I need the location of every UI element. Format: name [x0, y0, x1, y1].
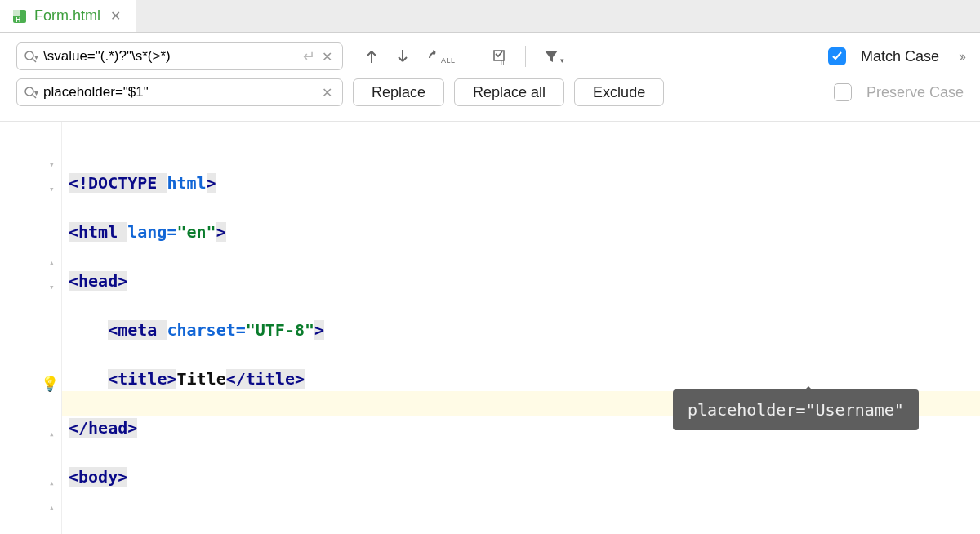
fold-icon[interactable]: ▴: [49, 422, 60, 434]
find-replace-panel: ▾ ↵ ✕ ALL [] ▾ Match Case ›› ▾ ✕ Replace: [0, 33, 980, 122]
fold-icon[interactable]: ▾: [49, 177, 60, 189]
preserve-case-label: Preserve Case: [866, 84, 964, 101]
editor-tab[interactable]: H Form.html ✕: [0, 0, 136, 32]
fold-icon[interactable]: ▴: [49, 496, 60, 507]
code-editor[interactable]: ▾ ▾ ▴ ▾ 💡 ▴ ▴ ▴ <!DOCTYPE html> <html la…: [0, 122, 980, 534]
replace-history-dropdown-icon[interactable]: ▾: [34, 88, 38, 97]
in-selection-icon[interactable]: []: [491, 47, 509, 65]
replace-preview-tooltip: placeholder="Username": [673, 389, 919, 430]
preserve-case-checkbox[interactable]: [834, 83, 852, 101]
gutter: ▾ ▾ ▴ ▾ 💡 ▴ ▴ ▴: [0, 122, 62, 534]
code-content[interactable]: <!DOCTYPE html> <html lang="en"> <head> …: [62, 122, 980, 534]
replace-all-button[interactable]: Replace all: [454, 78, 564, 106]
svg-text:H: H: [16, 16, 21, 24]
find-toolbar: ALL [] ▾: [363, 46, 564, 67]
fold-icon[interactable]: ▾: [49, 153, 60, 164]
newline-icon[interactable]: ↵: [303, 47, 315, 65]
svg-point-7: [25, 87, 33, 96]
fold-icon[interactable]: ▴: [49, 471, 60, 483]
replace-input-wrapper: ▾ ✕: [16, 78, 343, 106]
fold-icon[interactable]: ▴: [49, 251, 60, 262]
match-case-label: Match Case: [861, 48, 939, 65]
fold-icon[interactable]: ▾: [49, 275, 60, 287]
html-file-icon: H: [11, 8, 28, 24]
replace-input[interactable]: [43, 84, 318, 100]
tab-bar: H Form.html ✕: [0, 0, 980, 33]
exclude-button[interactable]: Exclude: [574, 78, 664, 106]
intention-bulb-icon[interactable]: 💡: [41, 372, 59, 396]
more-options-icon[interactable]: ››: [959, 48, 964, 65]
find-input[interactable]: [43, 48, 300, 65]
next-match-icon[interactable]: [394, 47, 412, 65]
toolbar-divider: [525, 46, 526, 67]
replace-button[interactable]: Replace: [353, 78, 444, 106]
select-all-icon[interactable]: ALL: [425, 47, 457, 65]
previous-match-icon[interactable]: [363, 47, 381, 65]
tab-filename: Form.html: [34, 7, 100, 24]
filter-icon[interactable]: ▾: [542, 47, 564, 65]
svg-text:[]: []: [501, 58, 504, 65]
close-icon[interactable]: ✕: [107, 8, 124, 24]
clear-replace-icon[interactable]: ✕: [318, 85, 336, 100]
search-history-dropdown-icon[interactable]: ▾: [34, 52, 38, 61]
clear-find-icon[interactable]: ✕: [318, 49, 336, 65]
toolbar-divider: [474, 46, 474, 67]
match-case-checkbox[interactable]: [828, 47, 846, 65]
find-input-wrapper: ▾ ↵ ✕: [16, 42, 343, 70]
svg-point-3: [25, 51, 33, 60]
